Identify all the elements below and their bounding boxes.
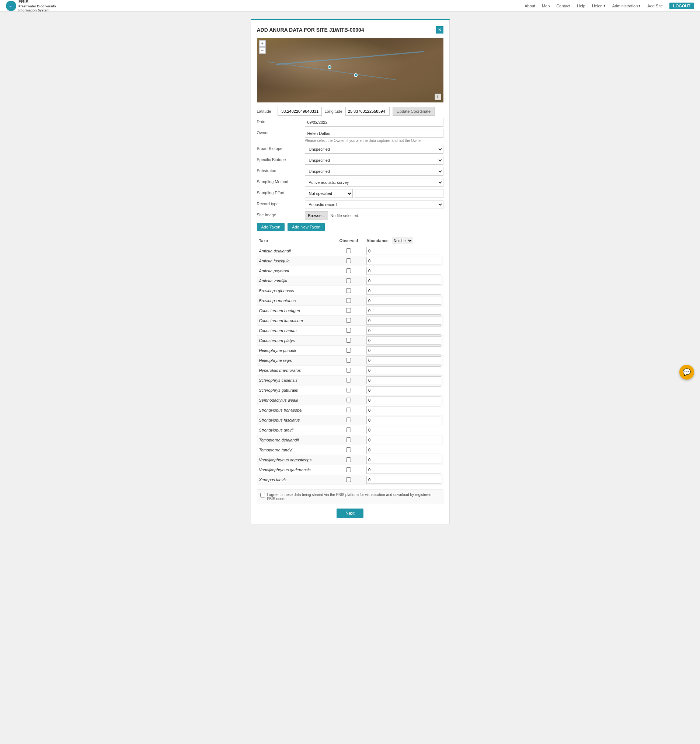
taxon-abundance-input[interactable]: [366, 336, 441, 345]
sampling-effort-select[interactable]: Not specified: [305, 189, 353, 198]
record-type-select[interactable]: Acoustic record: [305, 200, 444, 209]
add-taxon-button[interactable]: Add Taxon: [257, 223, 285, 231]
taxon-abundance-input[interactable]: [366, 386, 441, 394]
taxon-observed-checkbox[interactable]: [346, 298, 351, 303]
map-info-button[interactable]: i: [435, 94, 441, 100]
taxon-abundance-input[interactable]: [366, 317, 441, 324]
browse-button[interactable]: Browse...: [305, 211, 328, 220]
date-input[interactable]: [305, 118, 444, 127]
taxon-observed-checkbox[interactable]: [346, 408, 351, 412]
table-row: Amietia fuscigula: [257, 256, 444, 266]
taxon-abundance-input[interactable]: [366, 287, 441, 295]
taxon-observed-checkbox[interactable]: [346, 348, 351, 353]
substratum-select[interactable]: Unspecified: [305, 167, 444, 176]
taxon-observed-checkbox[interactable]: [346, 397, 351, 402]
map-terrain: [257, 38, 444, 103]
taxon-observed-checkbox[interactable]: [346, 378, 351, 382]
taxon-observed-checkbox[interactable]: [346, 268, 351, 273]
table-row: Amietia poyntoni: [257, 266, 444, 276]
taxon-abundance-input[interactable]: [366, 257, 441, 265]
taxon-observed-checkbox[interactable]: [346, 368, 351, 372]
taxon-abundance-input[interactable]: [366, 446, 441, 454]
nav-about[interactable]: About: [524, 4, 535, 8]
next-button[interactable]: Next: [337, 509, 363, 518]
taxon-observed-checkbox[interactable]: [346, 437, 351, 442]
latitude-input[interactable]: [278, 107, 322, 116]
taxon-observed-checkbox[interactable]: [346, 388, 351, 393]
taxon-observed-checkbox[interactable]: [346, 308, 351, 313]
add-new-taxon-button[interactable]: Add New Taxon: [287, 223, 325, 231]
taxon-observed-checkbox[interactable]: [346, 248, 351, 253]
update-coordinate-button[interactable]: Update Coordinate: [393, 107, 435, 116]
taxon-observed-checkbox[interactable]: [346, 278, 351, 283]
taxon-observed-checkbox[interactable]: [346, 457, 351, 462]
brand-logo: 🐟: [6, 1, 16, 11]
taxon-abundance-input[interactable]: [366, 366, 441, 374]
taxon-observed-checkbox[interactable]: [346, 318, 351, 323]
taxon-abundance-input[interactable]: [366, 466, 441, 474]
sampling-method-select[interactable]: Active acoustic survey: [305, 178, 444, 187]
taxon-observed-checkbox[interactable]: [346, 328, 351, 333]
taxon-observed-checkbox[interactable]: [346, 258, 351, 263]
table-row: Cacosternum platys: [257, 336, 444, 346]
nav-admin-dropdown[interactable]: Administration ▾: [612, 3, 641, 8]
taxon-abundance-input[interactable]: [366, 436, 441, 444]
taxon-observed-checkbox[interactable]: [346, 467, 351, 472]
longitude-input[interactable]: [346, 107, 390, 116]
zoom-in-button[interactable]: +: [259, 40, 266, 47]
taxon-abundance-cell: [364, 405, 444, 415]
taxon-name: Heleophryne regis: [257, 356, 333, 366]
table-row: Cacosternum karooicum: [257, 316, 444, 326]
taxon-abundance-input[interactable]: [366, 456, 441, 464]
taxon-observed-checkbox[interactable]: [346, 477, 351, 482]
taxon-abundance-input[interactable]: [366, 396, 441, 404]
taxon-observed-checkbox[interactable]: [346, 447, 351, 452]
taxon-abundance-input[interactable]: [366, 267, 441, 275]
taxon-name: Sclerophrys gutturalis: [257, 385, 333, 396]
consent-checkbox[interactable]: [260, 493, 265, 497]
taxon-observed-checkbox[interactable]: [346, 427, 351, 432]
logout-button[interactable]: LOGOUT: [669, 3, 694, 9]
taxon-observed-checkbox[interactable]: [346, 358, 351, 363]
taxa-header-row: Taxa Observed Abundance Number: [257, 235, 444, 246]
nav-help[interactable]: Help: [577, 4, 585, 8]
substratum-field: Unspecified: [305, 167, 444, 176]
taxa-buttons: Add Taxon Add New Taxon: [257, 223, 444, 231]
abundance-type-select[interactable]: Number: [392, 237, 413, 244]
table-row: Strongylopus gravii: [257, 425, 444, 435]
navbar-links: About Map Contact Help Helen ▾ Administr…: [524, 3, 694, 9]
zoom-out-button[interactable]: −: [259, 47, 266, 54]
nav-contact[interactable]: Contact: [556, 4, 570, 8]
taxon-observed-checkbox[interactable]: [346, 338, 351, 343]
taxon-observed-checkbox[interactable]: [346, 418, 351, 422]
taxon-abundance-input[interactable]: [366, 406, 441, 414]
nav-map[interactable]: Map: [542, 4, 550, 8]
taxon-abundance-input[interactable]: [366, 426, 441, 434]
nav-add-site[interactable]: Add Site: [647, 4, 663, 8]
taxon-abundance-input[interactable]: [366, 307, 441, 315]
taxon-abundance-input[interactable]: [366, 347, 441, 354]
taxon-abundance-cell: [364, 465, 444, 475]
taxon-observed-cell: [333, 375, 364, 385]
taxon-abundance-input[interactable]: [366, 376, 441, 384]
sampling-effort-input[interactable]: [355, 189, 444, 198]
taxon-observed-checkbox[interactable]: [346, 288, 351, 293]
nav-user-dropdown[interactable]: Helen ▾: [592, 3, 606, 8]
taxon-abundance-cell: [364, 375, 444, 385]
taxon-abundance-input[interactable]: [366, 247, 441, 255]
taxon-abundance-input[interactable]: [366, 297, 441, 305]
broad-biotope-select[interactable]: Unspecified: [305, 145, 444, 154]
taxon-abundance-input[interactable]: [366, 326, 441, 335]
owner-input[interactable]: [305, 129, 444, 138]
taxon-abundance-input[interactable]: [366, 356, 441, 365]
chat-bubble[interactable]: 💬: [679, 365, 694, 379]
table-row: Heleophryne regis: [257, 356, 444, 366]
specific-biotope-select[interactable]: Unspecified: [305, 156, 444, 165]
owner-row: Owner Please select the Owner, if you ar…: [257, 129, 444, 143]
taxon-abundance-input[interactable]: [366, 416, 441, 424]
taxon-abundance-input[interactable]: [366, 476, 441, 484]
map-container[interactable]: + − i: [257, 38, 444, 103]
close-button[interactable]: ✕: [436, 26, 444, 34]
taxon-abundance-input[interactable]: [366, 277, 441, 285]
date-row: Date: [257, 118, 444, 127]
